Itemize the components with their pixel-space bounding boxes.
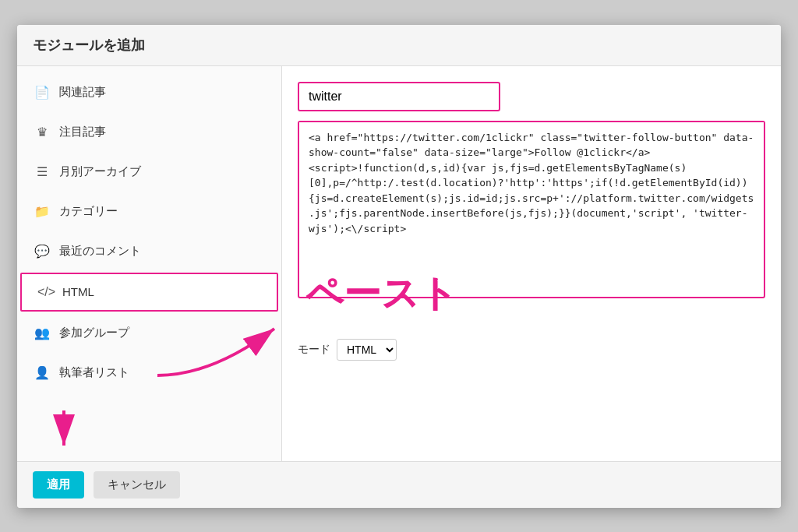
code-textarea-wrapper xyxy=(298,121,765,298)
mode-row: モード HTML TEXT xyxy=(298,339,765,361)
modal: モジュールを追加 📄 関連記事 ♛ 注目記事 ☰ 月別アーカイブ 📁 カテゴリー… xyxy=(17,25,781,508)
sidebar-item-label: 月別アーカイブ xyxy=(59,164,141,179)
sidebar-item-label: 参加グループ xyxy=(59,326,129,340)
list-icon: ☰ xyxy=(34,164,50,179)
sidebar-item-authors[interactable]: 👤 執筆者リスト xyxy=(17,353,281,393)
sidebar-item-related[interactable]: 📄 関連記事 xyxy=(17,72,281,112)
sidebar-item-label: 注目記事 xyxy=(59,125,106,139)
code-icon: </> xyxy=(37,285,53,299)
modal-header: モジュールを追加 xyxy=(17,25,781,66)
sidebar-item-archive[interactable]: ☰ 月別アーカイブ xyxy=(17,152,281,192)
title-input-wrapper xyxy=(298,82,765,111)
sidebar-item-groups[interactable]: 👥 参加グループ xyxy=(17,313,281,353)
sidebar-item-label: 関連記事 xyxy=(59,85,106,100)
mode-select[interactable]: HTML TEXT xyxy=(337,339,397,361)
folder-icon: 📁 xyxy=(34,204,50,219)
modal-footer: 適用 キャンセル xyxy=(17,461,781,508)
code-textarea[interactable] xyxy=(299,122,764,294)
sidebar-item-label: HTML xyxy=(62,285,94,298)
sidebar-item-label: 最近のコメント xyxy=(59,244,141,259)
sidebar-item-category[interactable]: 📁 カテゴリー xyxy=(17,192,281,231)
modal-body: 📄 関連記事 ♛ 注目記事 ☰ 月別アーカイブ 📁 カテゴリー 💬 最近のコメン… xyxy=(17,66,781,502)
mode-label: モード xyxy=(298,343,330,357)
document-icon: 📄 xyxy=(34,85,50,100)
comment-icon: 💬 xyxy=(34,244,50,259)
sidebar: 📄 関連記事 ♛ 注目記事 ☰ 月別アーカイブ 📁 カテゴリー 💬 最近のコメン… xyxy=(17,66,282,502)
modal-title: モジュールを追加 xyxy=(33,37,145,53)
apply-button[interactable]: 適用 xyxy=(33,471,84,499)
title-input[interactable] xyxy=(298,82,500,111)
sidebar-item-label: 執筆者リスト xyxy=(59,365,129,380)
main-content: ペースト モード HTML TEXT xyxy=(282,66,781,502)
sidebar-item-html[interactable]: </> HTML xyxy=(20,273,278,312)
cancel-button[interactable]: キャンセル xyxy=(94,471,180,499)
crown-icon: ♛ xyxy=(34,125,50,139)
sidebar-item-featured[interactable]: ♛ 注目記事 xyxy=(17,112,281,152)
person-icon: 👤 xyxy=(34,365,50,380)
sidebar-item-label: カテゴリー xyxy=(59,204,118,219)
group-icon: 👥 xyxy=(34,326,50,340)
sidebar-item-comments[interactable]: 💬 最近のコメント xyxy=(17,231,281,271)
